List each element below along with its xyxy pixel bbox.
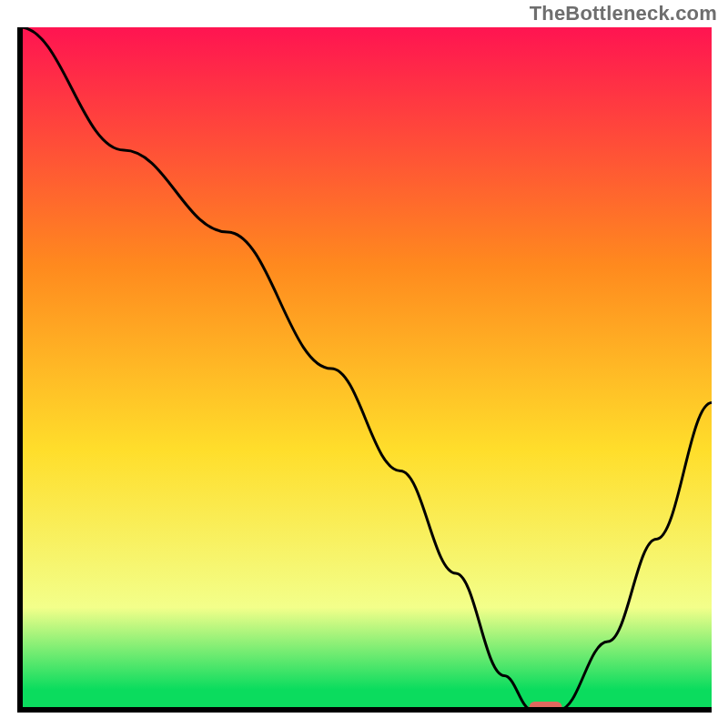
svg-rect-0 xyxy=(20,27,712,710)
watermark-text: TheBottleneck.com xyxy=(530,2,717,25)
chart-container: TheBottleneck.com xyxy=(0,0,728,728)
plot-area xyxy=(16,27,712,713)
chart-svg xyxy=(16,27,712,713)
